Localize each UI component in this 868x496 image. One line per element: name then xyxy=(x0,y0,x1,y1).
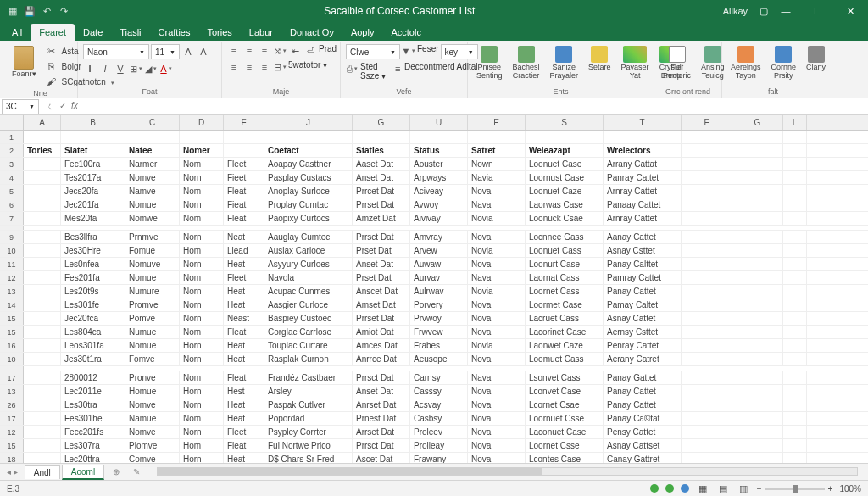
cell[interactable]: Acupac Cunmes xyxy=(264,285,353,298)
cell[interactable] xyxy=(732,385,783,398)
cell[interactable]: Penray Cattet xyxy=(604,339,682,352)
cell[interactable] xyxy=(682,439,732,452)
cell[interactable] xyxy=(783,371,807,384)
cell[interactable] xyxy=(24,326,61,338)
cell[interactable]: Frabes xyxy=(410,339,468,352)
cell[interactable]: Horn xyxy=(180,339,224,352)
align-bottom-icon[interactable]: ≡ xyxy=(258,44,271,58)
cell[interactable]: Ful Nortwe Prico xyxy=(264,439,353,452)
row-header[interactable]: 3 xyxy=(0,158,24,170)
cell[interactable]: Rasplak Curnon xyxy=(264,353,353,365)
cell[interactable]: Les804ca xyxy=(61,326,125,338)
align-top-icon[interactable]: ≡ xyxy=(227,44,241,58)
cell[interactable]: Bes3llfra xyxy=(61,231,125,243)
cell[interactable]: Acsvay xyxy=(410,398,468,411)
cell[interactable] xyxy=(682,271,732,284)
cell[interactable]: Arpways xyxy=(410,171,468,184)
cell[interactable]: Prset Dat xyxy=(353,271,410,284)
cell[interactable]: Norn xyxy=(180,258,224,270)
cell[interactable]: Canay Gattret xyxy=(604,453,682,463)
row-header[interactable]: 10 xyxy=(0,244,24,257)
cell[interactable]: Loonuet Caze xyxy=(526,185,604,198)
row-header[interactable]: 15 xyxy=(0,312,24,325)
cell[interactable]: Fes301he xyxy=(61,412,125,425)
cell[interactable] xyxy=(24,439,61,452)
cell[interactable] xyxy=(24,385,61,398)
cell[interactable]: Avwoy xyxy=(410,198,468,211)
cell[interactable]: Nova xyxy=(468,185,526,198)
cell[interactable]: Norn xyxy=(180,312,224,325)
cell[interactable]: Arrany Cattat xyxy=(604,158,682,170)
cell[interactable]: Nova xyxy=(468,312,526,325)
format-table-button[interactable]: Bachesl Cractier xyxy=(509,44,543,82)
cell[interactable]: Homue xyxy=(125,385,180,398)
cell[interactable]: Asnay Csttet xyxy=(604,244,682,257)
cell[interactable]: Horn xyxy=(180,453,224,463)
cell[interactable]: Ascet Dat xyxy=(353,453,410,463)
cell[interactable] xyxy=(732,371,783,384)
cell[interactable]: Paopixy Curtocs xyxy=(264,212,353,225)
row-header[interactable]: 13 xyxy=(0,385,24,398)
cell[interactable] xyxy=(24,371,61,384)
cell[interactable]: D$ Chars Sr Fred xyxy=(264,453,353,463)
cell[interactable]: Neast xyxy=(224,312,264,325)
cell[interactable]: Status xyxy=(410,144,468,157)
currency-icon[interactable]: ⎙ xyxy=(346,62,359,75)
cell[interactable]: Paspak Cutlver xyxy=(264,398,353,411)
tab-donact[interactable]: Donact Oy xyxy=(281,24,342,41)
cell[interactable]: Frwvew xyxy=(410,326,468,338)
view-normal-icon[interactable]: ▦ xyxy=(696,482,709,495)
row-header[interactable]: 9 xyxy=(0,231,24,243)
cell[interactable]: Amvray xyxy=(410,231,468,243)
cell[interactable] xyxy=(24,231,61,243)
cell[interactable] xyxy=(682,258,732,270)
view-layout-icon[interactable]: ▤ xyxy=(716,482,730,495)
cell[interactable]: Navola xyxy=(264,271,353,284)
zoom-level[interactable]: 100% xyxy=(839,484,861,493)
cell[interactable] xyxy=(682,171,732,184)
cell[interactable] xyxy=(783,144,807,157)
col-header[interactable]: F xyxy=(224,115,264,130)
cell[interactable]: Proleev xyxy=(410,426,468,438)
cell[interactable]: Prrset Dat xyxy=(353,312,410,325)
cell[interactable] xyxy=(24,412,61,425)
cell[interactable] xyxy=(783,185,807,198)
cell[interactable]: Novia xyxy=(468,339,526,352)
cell[interactable]: Heat xyxy=(224,398,264,411)
cell[interactable] xyxy=(783,426,807,438)
cell[interactable] xyxy=(682,371,732,384)
cell[interactable]: Arrset Dat xyxy=(353,426,410,438)
cell[interactable]: Fleat xyxy=(224,371,264,384)
cell[interactable] xyxy=(682,144,732,157)
cell[interactable]: Prvwoy xyxy=(410,312,468,325)
cell[interactable]: Norn xyxy=(180,353,224,365)
cell[interactable]: Heat xyxy=(224,353,264,365)
row-header[interactable]: 11 xyxy=(0,258,24,270)
align-right-icon[interactable]: ≡ xyxy=(258,60,271,74)
sheet-edit-icon[interactable]: ✎ xyxy=(126,467,147,476)
cell[interactable]: Pronve xyxy=(125,371,180,384)
cell[interactable]: Fecc201fs xyxy=(61,426,125,438)
cell-styles-button[interactable]: Sanize Prayaler xyxy=(547,44,582,82)
row-header[interactable]: 15 xyxy=(0,326,24,338)
cell[interactable]: Natee xyxy=(125,144,180,157)
cell[interactable]: Arnray Cattet xyxy=(604,212,682,225)
cell[interactable]: Narmer xyxy=(125,158,180,170)
cell[interactable]: Prnest Dat xyxy=(353,412,410,425)
cell[interactable] xyxy=(682,185,732,198)
underline-icon[interactable]: V xyxy=(114,62,127,75)
minimize-button[interactable]: — xyxy=(771,0,800,22)
fill-color-icon[interactable]: ◢ xyxy=(144,62,158,75)
cell[interactable]: Fleat xyxy=(224,185,264,198)
cell[interactable] xyxy=(682,326,732,338)
cell[interactable]: Amset Dat xyxy=(353,298,410,311)
tab-acctolc[interactable]: Acctolc xyxy=(382,24,429,41)
cell[interactable] xyxy=(682,453,732,463)
cell[interactable]: Prrsct Dat xyxy=(353,231,410,243)
cell[interactable]: Frandéz Castbaer xyxy=(264,371,353,384)
cell[interactable]: Wrelectors xyxy=(604,144,682,157)
cell[interactable]: Neat xyxy=(224,231,264,243)
cell[interactable]: Anoplay Surloce xyxy=(264,185,353,198)
cell[interactable]: Norn xyxy=(180,285,224,298)
cell[interactable]: Pensy Cattet xyxy=(604,426,682,438)
